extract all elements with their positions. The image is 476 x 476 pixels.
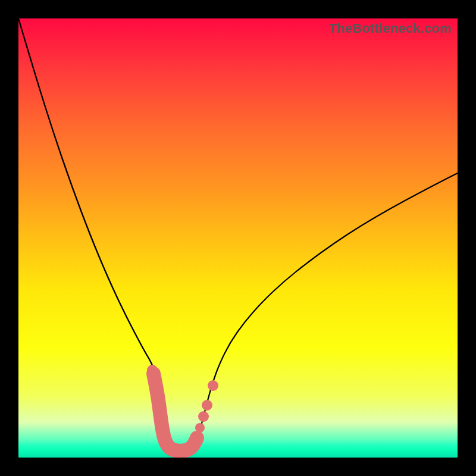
marker-dot bbox=[202, 400, 212, 411]
chart-svg bbox=[18, 18, 458, 458]
marker-dot bbox=[198, 411, 209, 422]
marker-dot bbox=[147, 365, 158, 375]
bottom-marker-stroke bbox=[154, 374, 197, 451]
right-curve bbox=[197, 173, 458, 439]
chart-canvas: TheBottleneck.com bbox=[18, 18, 458, 458]
left-curve bbox=[18, 18, 197, 452]
marker-dot bbox=[208, 380, 218, 391]
marker-dot bbox=[195, 423, 205, 433]
